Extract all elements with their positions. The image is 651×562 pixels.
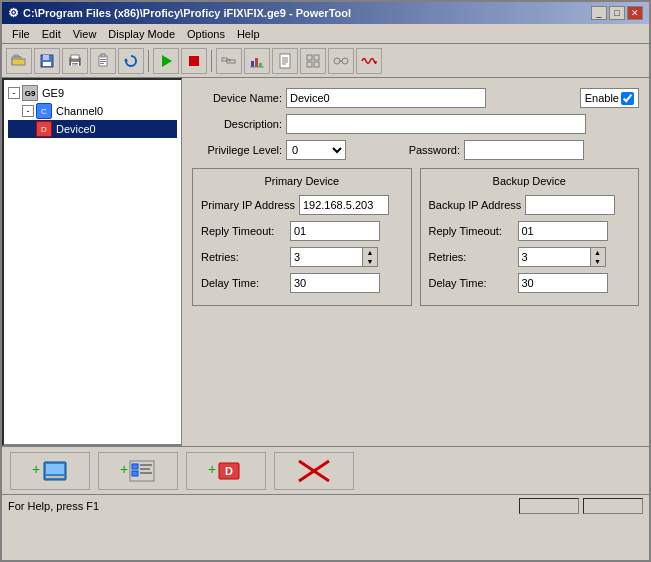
- add-channel-button[interactable]: +: [98, 452, 178, 490]
- svg-rect-15: [100, 63, 104, 64]
- expand-channel0[interactable]: -: [22, 105, 34, 117]
- stop-button[interactable]: [181, 48, 207, 74]
- grid2-button[interactable]: [300, 48, 326, 74]
- description-input[interactable]: [286, 114, 586, 134]
- window-title: C:\Program Files (x86)\Proficy\Proficy i…: [23, 7, 351, 19]
- enable-label: Enable: [585, 92, 619, 104]
- document-button[interactable]: [272, 48, 298, 74]
- backup-retries-input[interactable]: [518, 247, 590, 267]
- svg-rect-34: [307, 62, 312, 67]
- minimize-button[interactable]: _: [591, 6, 607, 20]
- menu-view[interactable]: View: [67, 26, 103, 42]
- password-label: Password:: [370, 144, 460, 156]
- tree-label-channel0: Channel0: [56, 105, 103, 117]
- backup-delay-row: Delay Time:: [429, 273, 631, 293]
- backup-retries-spinner: ▲ ▼: [518, 247, 606, 267]
- svg-rect-13: [100, 59, 106, 60]
- status-text: For Help, press F1: [8, 500, 515, 512]
- svg-rect-23: [251, 61, 254, 67]
- svg-rect-14: [100, 61, 106, 62]
- chart-button[interactable]: [244, 48, 270, 74]
- open-button[interactable]: [6, 48, 32, 74]
- main-content: - G9 GE9 - C Channel0 D Device0 Device N…: [2, 78, 649, 446]
- backup-device-panel: Backup Device Backup IP Address Reply Ti…: [420, 168, 640, 306]
- network-button[interactable]: [216, 48, 242, 74]
- right-panel: Device Name: Enable Description: Privile…: [182, 78, 649, 446]
- menu-help[interactable]: Help: [231, 26, 266, 42]
- svg-rect-49: [140, 472, 152, 474]
- svg-rect-10: [72, 64, 78, 65]
- play-button[interactable]: [153, 48, 179, 74]
- bottom-toolbar: + + + D: [2, 446, 649, 494]
- backup-delay-input[interactable]: [518, 273, 608, 293]
- device-name-row: Device Name: Enable: [192, 88, 639, 108]
- tree-label-ge9: GE9: [42, 87, 64, 99]
- backup-retries-up[interactable]: ▲: [591, 248, 605, 257]
- delete-button[interactable]: [274, 452, 354, 490]
- svg-rect-19: [222, 58, 227, 61]
- menu-file[interactable]: File: [6, 26, 36, 42]
- backup-retries-label: Retries:: [429, 251, 514, 263]
- device-name-input[interactable]: [286, 88, 486, 108]
- description-label: Description:: [192, 118, 282, 130]
- primary-timeout-input[interactable]: [290, 221, 380, 241]
- svg-rect-32: [307, 55, 312, 60]
- svg-rect-25: [259, 63, 262, 67]
- primary-delay-label: Delay Time:: [201, 277, 286, 289]
- svg-rect-7: [71, 55, 79, 59]
- svg-point-37: [342, 58, 348, 64]
- paste-button[interactable]: [90, 48, 116, 74]
- backup-retries-btns: ▲ ▼: [590, 247, 606, 267]
- svg-rect-4: [43, 55, 49, 60]
- backup-retries-down[interactable]: ▼: [591, 257, 605, 266]
- privilege-row: Privilege Level: 0123 Password:: [192, 140, 639, 160]
- title-bar: ⚙ C:\Program Files (x86)\Proficy\Proficy…: [2, 2, 649, 24]
- primary-device-panel: Primary Device Primary IP Address Reply …: [192, 168, 412, 306]
- backup-timeout-row: Reply Timeout:: [429, 221, 631, 241]
- tree-item-ge9[interactable]: - G9 GE9: [8, 84, 177, 102]
- tree-item-channel0[interactable]: - C Channel0: [8, 102, 177, 120]
- svg-rect-42: [46, 476, 64, 478]
- add-scada-button[interactable]: +: [10, 452, 90, 490]
- primary-retries-row: Retries: ▲ ▼: [201, 247, 403, 267]
- toolbar: [2, 44, 649, 78]
- primary-delay-input[interactable]: [290, 273, 380, 293]
- svg-point-36: [334, 58, 340, 64]
- primary-timeout-row: Reply Timeout:: [201, 221, 403, 241]
- primary-retries-btns: ▲ ▼: [362, 247, 378, 267]
- backup-delay-label: Delay Time:: [429, 277, 514, 289]
- expand-ge9[interactable]: -: [8, 87, 20, 99]
- rotate-button[interactable]: [118, 48, 144, 74]
- primary-retries-down[interactable]: ▼: [363, 257, 377, 266]
- backup-ip-input[interactable]: [525, 195, 615, 215]
- password-input[interactable]: [464, 140, 584, 160]
- svg-rect-35: [314, 62, 319, 67]
- maximize-button[interactable]: □: [609, 6, 625, 20]
- backup-retries-row: Retries: ▲ ▼: [429, 247, 631, 267]
- enable-container: Enable: [580, 88, 639, 108]
- tree-item-device0[interactable]: D Device0: [8, 120, 177, 138]
- svg-text:+: +: [120, 461, 128, 477]
- privilege-select[interactable]: 0123: [286, 140, 346, 160]
- svg-rect-24: [255, 58, 258, 67]
- primary-ip-input[interactable]: [299, 195, 389, 215]
- connect-button[interactable]: [328, 48, 354, 74]
- svg-rect-48: [140, 468, 150, 470]
- save-button[interactable]: [34, 48, 60, 74]
- primary-retries-up[interactable]: ▲: [363, 248, 377, 257]
- wave-button[interactable]: [356, 48, 382, 74]
- close-button[interactable]: ✕: [627, 6, 643, 20]
- backup-timeout-input[interactable]: [518, 221, 608, 241]
- svg-rect-47: [140, 464, 152, 466]
- menu-options[interactable]: Options: [181, 26, 231, 42]
- primary-retries-input[interactable]: [290, 247, 362, 267]
- enable-checkbox[interactable]: [621, 92, 634, 105]
- add-device-button[interactable]: + D: [186, 452, 266, 490]
- backup-device-title: Backup Device: [429, 175, 631, 187]
- menu-display-mode[interactable]: Display Mode: [102, 26, 181, 42]
- device-panels: Primary Device Primary IP Address Reply …: [192, 168, 639, 306]
- menu-edit[interactable]: Edit: [36, 26, 67, 42]
- backup-timeout-label: Reply Timeout:: [429, 225, 514, 237]
- print-button[interactable]: [62, 48, 88, 74]
- primary-delay-row: Delay Time:: [201, 273, 403, 293]
